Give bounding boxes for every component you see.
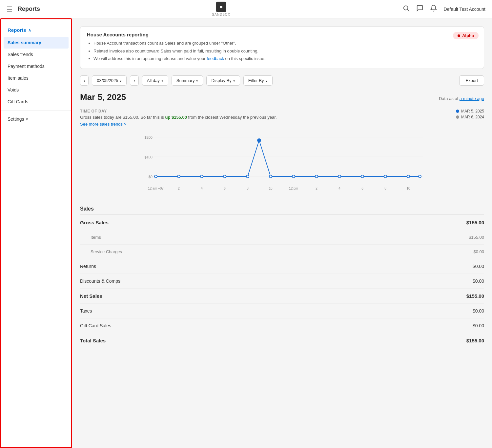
nav-right: Default Test Account [402, 5, 485, 13]
toolbar: ‹ 03/05/2025 ∨ › All day ∨ Summary ∨ Dis… [80, 75, 484, 86]
sales-rows: Gross Sales$155.00Items$155.00Service Ch… [80, 215, 484, 348]
date-heading: Mar 5, 2025 [80, 92, 126, 102]
legend-item-2: MAR 6, 2024 [456, 115, 484, 119]
sales-row-0: Gross Sales$155.00 [80, 215, 484, 230]
chart-trends-link[interactable]: See more sales trends > [80, 122, 126, 127]
nav-left: ☰ Reports [7, 5, 40, 13]
sidebar-reports-header[interactable]: Reports ∧ [1, 25, 71, 37]
legend-dot-1 [456, 110, 459, 113]
svg-point-30 [338, 175, 341, 178]
account-name: Default Test Account [444, 7, 485, 12]
date-picker-button[interactable]: 03/05/2025 ∨ [92, 75, 127, 86]
sidebar-item-gift-cards[interactable]: Gift Cards [1, 96, 71, 108]
display-by-button[interactable]: Display By ∨ [206, 75, 240, 86]
sidebar-item-payment-methods[interactable]: Payment methods [1, 60, 71, 72]
svg-text:12 pm: 12 pm [289, 187, 298, 190]
sandbox-logo: ■ [216, 2, 226, 12]
sales-table-title: Sales [80, 206, 484, 215]
svg-text:10: 10 [406, 187, 410, 190]
svg-point-27 [269, 175, 272, 178]
hamburger-menu[interactable]: ☰ [7, 5, 12, 13]
sales-row-value-7: $0.00 [473, 323, 484, 328]
next-date-button[interactable]: › [130, 75, 138, 86]
svg-line-1 [407, 10, 409, 11]
bell-icon[interactable] [430, 5, 437, 13]
sales-row-label-3: Returns [80, 264, 96, 269]
alert-item-3: We will address this in an upcoming rele… [93, 55, 477, 62]
sales-row-value-8: $155.00 [466, 338, 484, 343]
sales-row-3: Returns$0.00 [80, 259, 484, 274]
sidebar-item-sales-summary[interactable]: Sales summary [4, 37, 69, 49]
app-layout: Reports ∧ Sales summary Sales trends Pay… [0, 18, 492, 448]
settings-chevron: ∨ [26, 117, 28, 121]
sidebar-item-sales-trends[interactable]: Sales trends [1, 49, 71, 60]
sidebar-divider [1, 110, 71, 111]
chart-description: Gross sales today are $155.00. So far th… [80, 115, 277, 120]
svg-text:4: 4 [338, 187, 340, 190]
svg-text:6: 6 [224, 187, 226, 190]
svg-text:$0: $0 [149, 175, 153, 179]
chart-legend: MAR 5, 2025 MAR 6, 2024 [456, 109, 484, 131]
svg-point-25 [246, 175, 249, 178]
export-button[interactable]: Export [459, 75, 484, 86]
feedback-link[interactable]: feedback [207, 56, 224, 61]
sidebar-item-voids[interactable]: Voids [1, 84, 71, 96]
display-label: Display By [211, 78, 231, 83]
search-icon[interactable] [402, 5, 410, 13]
svg-point-28 [292, 175, 295, 178]
alert-list: House Account transactions count as Sale… [87, 40, 477, 62]
sales-row-1: Items$155.00 [80, 230, 484, 245]
svg-point-24 [223, 175, 226, 178]
time-filter-button[interactable]: All day ∨ [142, 75, 168, 86]
sales-row-label-5: Net Sales [80, 293, 102, 299]
chart-section: TIME OF DAY Gross sales today are $155.0… [80, 109, 484, 196]
svg-text:2: 2 [316, 187, 318, 190]
sidebar-item-item-sales[interactable]: Item sales [1, 72, 71, 84]
sales-row-value-1: $155.00 [469, 235, 484, 240]
svg-point-31 [361, 175, 364, 178]
svg-point-29 [315, 175, 318, 178]
alert-title: House Accounts reporting [87, 32, 477, 37]
sidebar-settings[interactable]: Settings ∨ [1, 113, 71, 125]
chart-desc-suffix: from the closest Wednesday the previous … [188, 115, 277, 120]
data-as-of: Data as of a minute ago [439, 96, 484, 101]
summary-chevron: ∨ [196, 79, 198, 82]
chat-icon[interactable] [416, 5, 423, 13]
legend-label-1: MAR 5, 2025 [461, 109, 484, 113]
filter-label: Filter By [248, 78, 264, 83]
chart-desc-text: Gross sales today are $155.00. So far th… [80, 115, 164, 120]
alpha-dot [458, 34, 460, 37]
sales-row-value-6: $0.00 [473, 308, 484, 314]
nav-center: ■ SANDBOX [212, 2, 230, 16]
prev-date-button[interactable]: ‹ [80, 75, 89, 86]
sidebar-header-label: Reports [8, 27, 26, 33]
sales-row-label-2: Service Charges [91, 249, 122, 254]
sales-row-5: Net Sales$155.00 [80, 289, 484, 304]
display-chevron: ∨ [233, 79, 235, 82]
svg-point-22 [177, 175, 180, 178]
svg-point-33 [407, 175, 410, 178]
svg-text:10: 10 [269, 187, 273, 190]
line-chart-svg: $200 $100 $0 12 am +07 2 4 6 8 10 12 pm … [80, 131, 484, 196]
sales-row-2: Service Charges$0.00 [80, 245, 484, 259]
svg-text:$200: $200 [145, 135, 153, 139]
chart-up-amount: up $155.00 [165, 115, 187, 120]
sales-row-label-6: Taxes [80, 308, 92, 314]
nav-title: Reports [18, 6, 40, 12]
sales-row-label-8: Total Sales [80, 338, 106, 343]
svg-text:8: 8 [384, 187, 386, 190]
sidebar-header-chevron: ∧ [28, 28, 31, 32]
main-content: House Accounts reporting House Account t… [72, 18, 492, 448]
filter-by-button[interactable]: Filter By ∨ [243, 75, 273, 86]
summary-button[interactable]: Summary ∨ [172, 75, 203, 86]
sales-row-value-2: $0.00 [473, 249, 484, 254]
sales-row-label-7: Gift Card Sales [80, 323, 111, 328]
sales-row-label-0: Gross Sales [80, 220, 109, 225]
legend-item-1: MAR 5, 2025 [456, 109, 484, 113]
svg-point-26 [257, 139, 261, 142]
data-as-of-link[interactable]: a minute ago [460, 96, 484, 101]
svg-text:4: 4 [201, 187, 203, 190]
sales-row-value-4: $0.00 [473, 278, 484, 284]
svg-text:8: 8 [247, 187, 249, 190]
alert-item-2: Related invoices also count toward Sales… [93, 48, 477, 54]
